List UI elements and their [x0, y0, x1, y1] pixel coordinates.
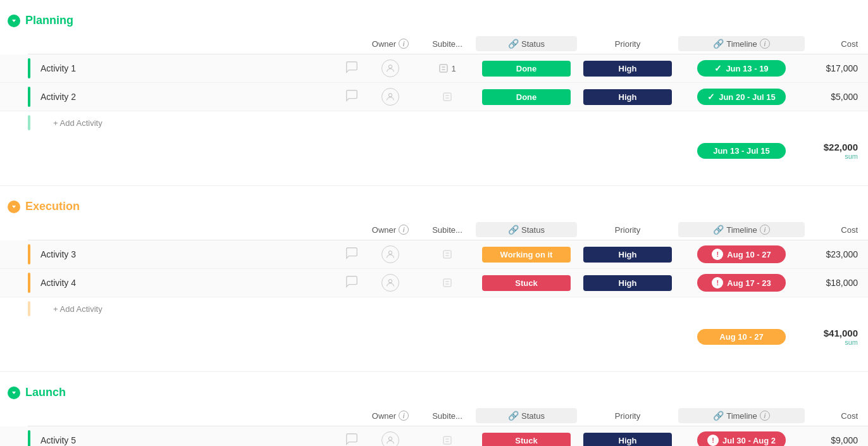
- owner-info-icon[interactable]: i: [399, 39, 409, 49]
- row-timeline[interactable]: !Jul 30 - Aug 2: [678, 431, 805, 446]
- row-cost: $23,000: [805, 249, 868, 259]
- timeline-info-icon[interactable]: i: [760, 411, 770, 421]
- col-headers-execution: Owner i Subite... 🔗 Status Priority 🔗 Ti…: [28, 220, 868, 240]
- col-headers-launch: Owner i Subite... 🔗 Status Priority 🔗 Ti…: [28, 406, 868, 426]
- table-row: Activity 11DoneHigh✓Jun 13 - 19$17,000: [0, 54, 868, 83]
- add-activity-button[interactable]: + Add Activity: [40, 118, 102, 128]
- timeline-date: Aug 10 - 27: [727, 250, 771, 259]
- owner-info-icon[interactable]: i: [399, 411, 409, 421]
- timeline-info-icon[interactable]: i: [760, 225, 770, 235]
- group-planning: Planning Owner i Subite... 🔗 Status Prio…: [0, 10, 868, 165]
- row-activity-name: Activity 4: [35, 278, 342, 288]
- table-row: Activity 5StuckHigh!Jul 30 - Aug 2$9,000: [0, 426, 868, 446]
- add-activity-button[interactable]: + Add Activity: [40, 304, 102, 314]
- status-badge[interactable]: Done: [482, 89, 571, 105]
- row-owner[interactable]: [362, 88, 419, 106]
- row-color-bar: [28, 87, 30, 107]
- row-timeline[interactable]: !Aug 17 - 23: [678, 274, 805, 292]
- group-chevron-launch[interactable]: [8, 387, 20, 399]
- row-subitem[interactable]: [419, 249, 476, 259]
- group-chevron-planning[interactable]: [8, 15, 20, 27]
- svg-rect-15: [443, 279, 451, 287]
- timeline-link-icon: 🔗: [713, 39, 724, 49]
- row-owner[interactable]: [362, 431, 419, 446]
- comment-icon[interactable]: [342, 432, 362, 447]
- group-header-planning: Planning: [0, 10, 868, 31]
- timeline-date: Jun 20 - Jul 15: [719, 92, 776, 102]
- avatar[interactable]: [381, 274, 399, 292]
- row-priority[interactable]: High: [577, 89, 678, 105]
- row-status[interactable]: Working on it: [476, 247, 577, 263]
- row-cost: $9,000: [805, 435, 868, 445]
- avatar[interactable]: [381, 88, 399, 106]
- priority-badge[interactable]: High: [583, 61, 672, 77]
- col-header-priority: Priority: [577, 37, 678, 51]
- row-subitem[interactable]: [419, 92, 476, 102]
- group-chevron-execution[interactable]: [8, 201, 20, 213]
- svg-point-1: [388, 65, 392, 68]
- row-priority[interactable]: High: [577, 275, 678, 291]
- row-indent: Activity 3: [28, 244, 362, 264]
- timeline-badge[interactable]: !Aug 10 - 27: [697, 245, 786, 263]
- comment-icon[interactable]: [342, 246, 362, 263]
- col-header-owner: Owner i: [362, 225, 419, 235]
- timeline-badge[interactable]: !Jul 30 - Aug 2: [697, 431, 786, 446]
- priority-badge[interactable]: High: [583, 275, 672, 291]
- summary-cost-value: $41,000: [805, 328, 858, 338]
- col-header-cost: Cost: [805, 225, 868, 235]
- avatar[interactable]: [381, 59, 399, 77]
- col-header-status: 🔗 Status: [476, 408, 577, 423]
- summary-cost-label: sum: [805, 152, 858, 160]
- status-badge[interactable]: Working on it: [482, 247, 571, 263]
- row-status[interactable]: Done: [476, 89, 577, 105]
- svg-marker-9: [12, 206, 16, 208]
- col-header-timeline: 🔗 Timeline i: [678, 36, 805, 51]
- row-status[interactable]: Stuck: [476, 433, 577, 447]
- row-status[interactable]: Done: [476, 61, 577, 77]
- owner-info-icon[interactable]: i: [399, 225, 409, 235]
- status-label: Status: [521, 225, 545, 235]
- col-header-subitem: Subite...: [419, 411, 476, 421]
- add-activity-row: + Add Activity: [28, 111, 868, 134]
- status-badge[interactable]: Stuck: [482, 433, 571, 447]
- row-subitem[interactable]: [419, 278, 476, 288]
- row-owner[interactable]: [362, 245, 419, 263]
- avatar[interactable]: [381, 245, 399, 263]
- group-execution: Execution Owner i Subite... 🔗 Status Pri…: [0, 196, 868, 351]
- col-header-priority: Priority: [577, 409, 678, 423]
- comment-icon[interactable]: [342, 275, 362, 292]
- status-badge[interactable]: Stuck: [482, 275, 571, 291]
- svg-marker-18: [12, 392, 16, 394]
- row-timeline[interactable]: ✓Jun 13 - 19: [678, 60, 805, 77]
- status-label: Status: [521, 411, 545, 421]
- timeline-badge[interactable]: ✓Jun 20 - Jul 15: [697, 89, 786, 105]
- row-color-bar: [28, 430, 30, 446]
- col-header-subitem: Subite...: [419, 39, 476, 49]
- priority-badge[interactable]: High: [583, 433, 672, 447]
- avatar[interactable]: [381, 431, 399, 446]
- row-status[interactable]: Stuck: [476, 275, 577, 291]
- priority-badge[interactable]: High: [583, 247, 672, 263]
- svg-rect-2: [440, 65, 447, 72]
- priority-badge[interactable]: High: [583, 89, 672, 105]
- row-timeline[interactable]: ✓Jun 20 - Jul 15: [678, 89, 805, 105]
- row-color-bar: [28, 273, 30, 293]
- col-header-status: 🔗 Status: [476, 222, 577, 237]
- row-priority[interactable]: High: [577, 433, 678, 447]
- timeline-badge[interactable]: ✓Jun 13 - 19: [697, 60, 786, 77]
- timeline-badge[interactable]: !Aug 17 - 23: [697, 274, 786, 292]
- row-activity-name: Activity 5: [35, 435, 342, 445]
- timeline-info-icon[interactable]: i: [760, 39, 770, 49]
- row-subitem[interactable]: 1: [419, 63, 476, 73]
- row-priority[interactable]: High: [577, 247, 678, 263]
- status-badge[interactable]: Done: [482, 61, 571, 77]
- comment-icon[interactable]: [342, 60, 362, 77]
- comment-icon[interactable]: [342, 89, 362, 106]
- row-owner[interactable]: [362, 274, 419, 292]
- row-timeline[interactable]: !Aug 10 - 27: [678, 245, 805, 263]
- row-priority[interactable]: High: [577, 61, 678, 77]
- row-owner[interactable]: [362, 59, 419, 77]
- row-subitem[interactable]: [419, 435, 476, 445]
- timeline-date: Jul 30 - Aug 2: [722, 436, 776, 445]
- row-color-bar: [28, 244, 30, 264]
